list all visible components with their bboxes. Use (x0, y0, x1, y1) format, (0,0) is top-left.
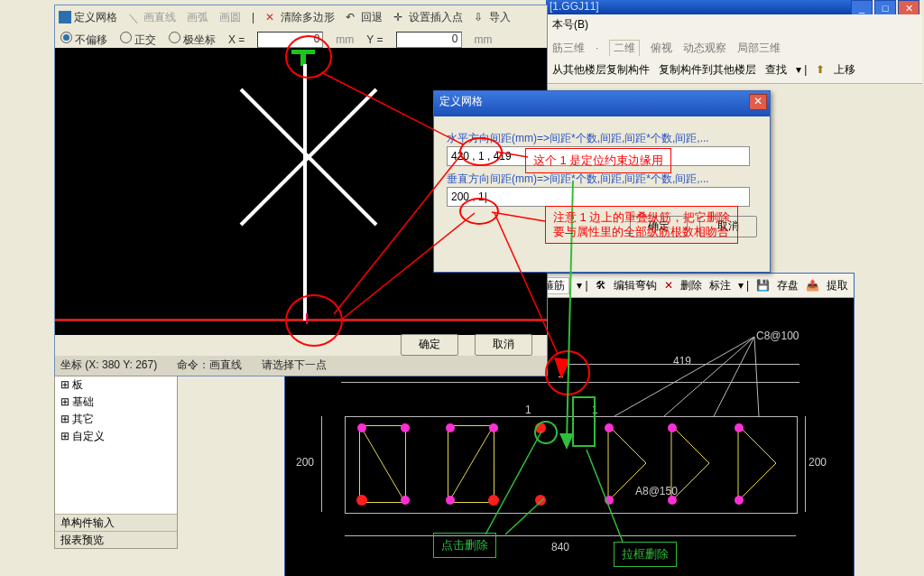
ok-button[interactable]: 确定 (401, 334, 458, 356)
rebar[interactable] (735, 496, 744, 505)
cancel-button[interactable]: 取消 (475, 334, 532, 356)
radio-polar[interactable]: 极坐标 (169, 32, 216, 48)
btn-extract[interactable]: 提取 (827, 278, 848, 293)
btn-set-insert-point[interactable]: ✛设置插入点 (393, 10, 463, 25)
x-label: X = (228, 33, 245, 46)
btn-delete[interactable]: 删除 (680, 278, 702, 293)
dialog-close-button[interactable]: ✕ (749, 94, 767, 110)
svg-line-3 (754, 337, 759, 416)
unit-mm: mm (475, 33, 493, 46)
rebar[interactable] (446, 423, 455, 432)
btn-orbit[interactable]: 动态观察 (683, 41, 726, 56)
panelA-buttons: 确定 取消 (401, 334, 532, 356)
tree-node-slab[interactable]: ⊞ 板 (55, 376, 177, 394)
component-toolbar: 从其他楼层复制构件 复制构件到其他楼层 查找 ▾ | ⬆上移 (547, 56, 922, 84)
section-outline (345, 416, 798, 514)
y-label: Y = (366, 33, 383, 46)
annot-text-4: 拉框删除 (614, 542, 677, 567)
save-icon: 💾 (756, 279, 770, 292)
define-grid-dialog: 定义网格 ✕ 水平方向间距(mm)=>间距*个数,间距,间距*个数,间距,...… (433, 90, 771, 273)
radio-no-offset[interactable]: 不偏移 (60, 32, 107, 48)
panelA-toolbar: 定义网格 ＼画直线 画弧 画圆| ✕清除多边形 ↶回退 ✛设置插入点 ⇩导入 (55, 5, 547, 29)
rebar[interactable] (605, 496, 614, 505)
annot-circle-4 (459, 198, 499, 225)
green-selection-rect (572, 396, 596, 447)
unit-mm: mm (336, 33, 354, 46)
svg-line-5 (449, 427, 493, 501)
dim-840: 840 (551, 541, 569, 553)
rebar[interactable] (446, 496, 455, 505)
rebar-center-bot[interactable] (536, 496, 545, 505)
dialog-titlebar[interactable]: 定义网格 ✕ (434, 91, 770, 116)
rebar[interactable] (489, 423, 498, 432)
btn-move-up[interactable]: 上移 (834, 62, 855, 78)
rebar[interactable] (401, 423, 410, 432)
btn-draw-arc[interactable]: 画弧 (187, 10, 208, 25)
rebar[interactable] (735, 423, 744, 432)
btn-draw-line[interactable]: ＼画直线 (128, 10, 176, 25)
stirrup-diag (359, 425, 410, 506)
btn-draw-circle[interactable]: 画圆 (219, 10, 241, 25)
annot-circle-3 (459, 137, 503, 166)
dialog-title: 定义网格 (439, 95, 483, 107)
annot-green-circle (534, 421, 558, 444)
stirrup-tri[interactable] (606, 423, 651, 505)
radio-ortho[interactable]: 正交 (120, 32, 156, 48)
btn-import[interactable]: ⇩导入 (474, 10, 511, 25)
btn-2d[interactable]: 二维 (609, 40, 640, 57)
svg-line-4 (361, 427, 404, 501)
svg-line-0 (614, 337, 754, 416)
btn-clear-poly[interactable]: ✕清除多边形 (265, 10, 335, 25)
rebar[interactable] (668, 423, 677, 432)
rebar[interactable] (668, 496, 677, 505)
btn-local-3d[interactable]: 局部三维 (737, 41, 781, 56)
annot-circle-1 (285, 35, 332, 79)
status-cmd: 命令：画直线 (177, 358, 242, 374)
rebar[interactable] (357, 423, 366, 432)
undo-icon: ↶ (346, 11, 358, 23)
btn-find[interactable]: 查找 (765, 62, 787, 78)
dim-200-right: 200 (808, 456, 827, 469)
status-prompt: 请选择下一点 (262, 358, 327, 374)
category-tree[interactable]: ⊞ 板 ⊞ 基础 ⊞ 其它 ⊞ 自定义 单构件输入 报表预览 (54, 376, 178, 549)
crosshair-icon: ✛ (393, 11, 406, 23)
rebar[interactable] (401, 496, 410, 505)
btn-define-grid[interactable]: 定义网格 (59, 10, 117, 25)
rebar[interactable] (605, 423, 614, 432)
svg-line-1 (664, 337, 754, 416)
stirrup-tri[interactable] (736, 423, 781, 505)
btn-annotate[interactable]: 标注 (709, 278, 731, 293)
btn-topview[interactable]: 俯视 (651, 41, 672, 56)
menu-version[interactable]: 本号(B) (552, 18, 588, 31)
btn-undo[interactable]: ↶回退 (346, 10, 383, 25)
y-input[interactable]: 0 (396, 32, 462, 48)
cross-lines (232, 80, 385, 234)
annot-text-3: 点击删除 (433, 533, 496, 558)
btn-save[interactable]: 存盘 (777, 278, 799, 293)
import-icon: ⇩ (474, 11, 486, 23)
annot-circle-2 (285, 294, 343, 347)
dim-1b: 1 (525, 404, 531, 416)
btn-rebar-3d[interactable]: 筋三维 (552, 41, 585, 56)
stirrup-tri[interactable] (670, 423, 715, 505)
status-coord: 坐标 (X: 380 Y: 267) (60, 358, 157, 374)
dim-ext (345, 535, 796, 536)
btn-copy-to-floor[interactable]: 复制构件到其他楼层 (659, 62, 756, 78)
rebar[interactable] (489, 496, 498, 505)
dim-ext (805, 416, 806, 512)
rebar[interactable] (357, 496, 366, 505)
btn-copy-from-floor[interactable]: 从其他楼层复制构件 (552, 62, 650, 78)
tab-single-component[interactable]: 单构件输入 (55, 514, 177, 531)
x-icon: ✕ (265, 11, 278, 23)
v-spacing-label: 垂直方向间距(mm)=>间距*个数,间距,间距*个数,间距,... (447, 172, 757, 187)
panelA-statusbar: 坐标 (X: 380 Y: 267) 命令：画直线 请选择下一点 (55, 356, 547, 376)
tree-node-custom[interactable]: ⊞ 自定义 (55, 428, 177, 445)
tree-node-foundation[interactable]: ⊞ 基础 (55, 394, 177, 411)
dim-200-left: 200 (296, 456, 314, 469)
grid-icon (59, 11, 71, 23)
tab-report-preview[interactable]: 报表预览 (55, 531, 177, 548)
tree-node-other[interactable]: ⊞ 其它 (55, 411, 177, 428)
delete-icon: ✕ (664, 279, 673, 292)
btn-edit-hook[interactable]: 编辑弯钩 (614, 278, 657, 293)
dim-ext (321, 416, 322, 512)
